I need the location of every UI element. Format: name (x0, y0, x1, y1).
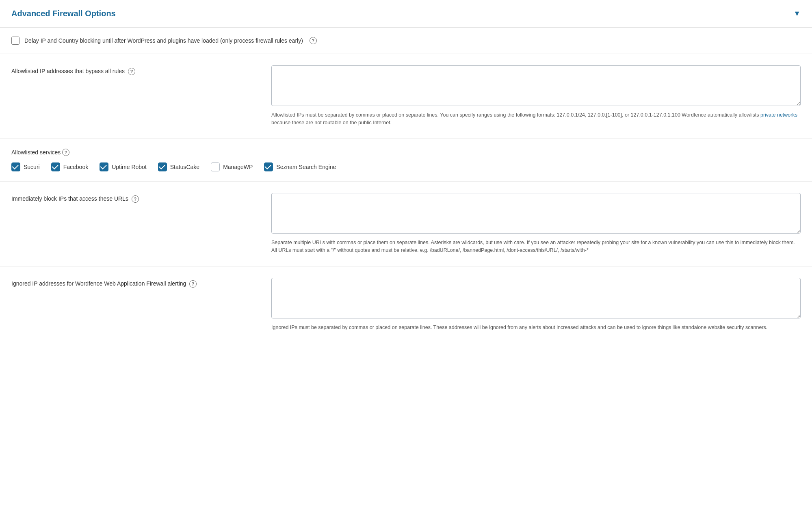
ignored-ips-label-col: Ignored IP addresses for Wordfence Web A… (11, 278, 271, 288)
uptime-robot-checkbox[interactable] (100, 162, 108, 171)
block-urls-help-icon[interactable]: ? (132, 195, 139, 203)
allowlisted-ips-content: Allowlisted IPs must be separated by com… (271, 65, 801, 127)
allowlisted-ips-label-col: Allowlisted IP addresses that bypass all… (11, 65, 271, 76)
delay-row: Delay IP and Country blocking until afte… (0, 28, 812, 54)
delay-checkbox-wrapper: Delay IP and Country blocking until afte… (11, 37, 317, 45)
block-urls-row: Immediately block IPs that access these … (0, 182, 812, 266)
block-urls-content: Separate multiple URLs with commas or pl… (271, 193, 801, 255)
sucuri-checkbox[interactable] (11, 162, 20, 171)
statuscake-label: StatusCake (170, 164, 199, 170)
service-item-managewp: ManageWP (211, 162, 253, 171)
service-item-uptime-robot: Uptime Robot (100, 162, 147, 171)
block-urls-textarea[interactable] (271, 193, 801, 234)
allowlisted-ips-label: Allowlisted IP addresses that bypass all… (11, 68, 125, 74)
statuscake-checkbox[interactable] (158, 162, 167, 171)
allowlisted-ips-help-icon[interactable]: ? (128, 68, 135, 75)
managewp-checkbox[interactable] (211, 162, 220, 171)
delay-label: Delay IP and Country blocking until afte… (24, 37, 303, 44)
private-networks-link[interactable]: private networks (760, 112, 797, 118)
ignored-ips-textarea[interactable] (271, 278, 801, 318)
block-urls-hint: Separate multiple URLs with commas or pl… (271, 239, 801, 255)
panel-title: Advanced Firewall Options (11, 9, 116, 18)
service-item-sucuri: Sucuri (11, 162, 40, 171)
services-checkboxes: Sucuri Facebook Uptime Robot StatusCake … (11, 162, 801, 171)
seznam-label: Seznam Search Engine (276, 164, 336, 170)
allowlisted-services-row: Allowlisted services ? Sucuri Facebook U… (0, 139, 812, 182)
service-item-facebook: Facebook (51, 162, 88, 171)
seznam-checkbox[interactable] (264, 162, 273, 171)
ignored-ips-help-icon[interactable]: ? (189, 280, 197, 288)
block-urls-label-col: Immediately block IPs that access these … (11, 193, 271, 203)
services-help-icon[interactable]: ? (62, 149, 69, 156)
service-item-seznam: Seznam Search Engine (264, 162, 336, 171)
uptime-robot-label: Uptime Robot (112, 164, 147, 170)
sucuri-label: Sucuri (24, 164, 40, 170)
ignored-ips-content: Ignored IPs must be separated by commas … (271, 278, 801, 331)
ignored-ips-label: Ignored IP addresses for Wordfence Web A… (11, 280, 186, 287)
facebook-label: Facebook (63, 164, 88, 170)
chevron-down-icon[interactable]: ▼ (793, 9, 801, 18)
services-label-row: Allowlisted services ? (11, 149, 801, 156)
ignored-ips-hint: Ignored IPs must be separated by commas … (271, 324, 801, 331)
managewp-label: ManageWP (223, 164, 253, 170)
allowlisted-ips-hint: Allowlisted IPs must be separated by com… (271, 111, 801, 127)
delay-help-icon[interactable]: ? (310, 37, 317, 44)
allowlisted-ips-textarea[interactable] (271, 65, 801, 106)
panel-header: Advanced Firewall Options ▼ (0, 0, 812, 28)
ignored-ips-row: Ignored IP addresses for Wordfence Web A… (0, 266, 812, 343)
facebook-checkbox[interactable] (51, 162, 60, 171)
block-urls-label: Immediately block IPs that access these … (11, 195, 128, 202)
delay-checkbox[interactable] (11, 37, 19, 45)
allowlisted-ips-row: Allowlisted IP addresses that bypass all… (0, 54, 812, 139)
services-label: Allowlisted services (11, 149, 61, 156)
page-container: Advanced Firewall Options ▼ Delay IP and… (0, 0, 812, 511)
service-item-statuscake: StatusCake (158, 162, 199, 171)
